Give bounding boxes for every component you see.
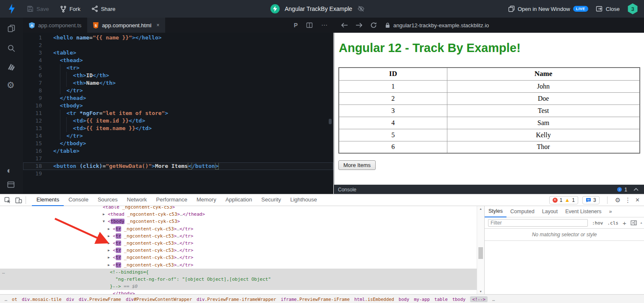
theme-contrast-icon[interactable]: ◐ [7, 166, 12, 175]
bottom-panel-icon[interactable] [7, 181, 15, 190]
code-line-5[interactable]: 5<tr> [23, 64, 333, 72]
devtools-tab-performance[interactable]: Performance [151, 194, 192, 206]
settings-gear-icon[interactable]: ⚙ [7, 81, 15, 89]
collapsed-arrow-icon[interactable]: ▶ [108, 232, 113, 240]
breadcrumb-item[interactable]: my-app [414, 297, 430, 302]
split-editor-icon[interactable] [306, 22, 313, 28]
console-issues-badge[interactable]: ✕ 1 ▲ 1 [549, 196, 578, 204]
collapsed-arrow-icon[interactable]: ▶ [108, 261, 113, 269]
code-line-15[interactable]: 15</tbody> [23, 140, 333, 147]
devtools-tab-console[interactable]: Console [64, 194, 93, 206]
expanded-arrow-icon[interactable]: ▼ [103, 218, 108, 225]
styles-filter-input[interactable] [488, 219, 588, 227]
breadcrumb-item[interactable]: div [66, 297, 74, 302]
breadcrumb-item[interactable]: body [399, 297, 409, 302]
breadcrumb-item[interactable]: … [492, 297, 495, 302]
elements-scrollbar[interactable]: ▲ ▼ [477, 206, 484, 294]
styles-tab-event-listeners[interactable]: Event Listeners [561, 206, 605, 217]
dom-tree-node[interactable]: ▶<tr _ngcontent-cyk-c53>…</tr> [0, 225, 477, 232]
devtools-tab-lighthouse[interactable]: Lighthouse [286, 194, 322, 206]
dom-tree-node[interactable]: </tbody> [0, 290, 477, 294]
code-line-10[interactable]: 10<tbody> [23, 102, 333, 110]
new-style-rule-icon[interactable]: + [623, 219, 626, 227]
collections-icon[interactable] [7, 63, 16, 73]
code-line-2[interactable]: 2 [23, 42, 333, 49]
breadcrumb-item[interactable]: html.isEmbedded [354, 297, 394, 302]
dom-tree-node[interactable]: <table _ngcontent-cyk-c53> [0, 206, 477, 211]
devtools-close-icon[interactable]: ✕ [635, 197, 640, 203]
code-line-1[interactable]: 1<hello name="{{ name }}"></hello> [23, 34, 333, 42]
breadcrumb-item[interactable]: div.PreviewFrame-iframeWrapper [197, 297, 276, 302]
breadcrumb-item[interactable]: div.mosaic-tile [22, 297, 62, 302]
code-line-18[interactable]: 18<button (click)="getNewData()">More It… [23, 162, 333, 170]
dom-tree-node[interactable]: ▼<tbody _ngcontent-cyk-c53> [0, 218, 477, 225]
toggle-sidebar-icon[interactable] [631, 220, 637, 225]
code-line-16[interactable]: 16</table> [23, 147, 333, 155]
messages-badge[interactable]: 3 [582, 196, 600, 204]
styles-tab-layout[interactable]: Layout [538, 206, 562, 217]
fork-button[interactable]: Fork [60, 5, 80, 13]
code-line-8[interactable]: 8</tr> [23, 87, 333, 94]
breadcrumb-item[interactable]: ot [12, 297, 17, 302]
more-items-button[interactable]: More Items [338, 160, 376, 170]
collapsed-arrow-icon[interactable]: ▶ [108, 225, 113, 232]
code-line-6[interactable]: 6<th>ID</th> [23, 72, 333, 79]
styles-tab--[interactable]: » [605, 206, 615, 217]
styles-scroll-up-icon[interactable]: ▲ [640, 221, 643, 224]
code-line-11[interactable]: 11<tr *ngFor="let item of store"> [23, 110, 333, 117]
devtools-tab-sources[interactable]: Sources [93, 194, 122, 206]
code-line-12[interactable]: 12<td>{{ item.id }}</td> [23, 117, 333, 125]
breadcrumb-item[interactable]: div#PreviewContentWrapper [126, 297, 192, 302]
url-bar[interactable]: angular12-trackby-example.stackblitz.io [385, 22, 489, 29]
breadcrumb-item[interactable]: … [5, 297, 7, 302]
close-preview-button[interactable]: Close [596, 5, 620, 12]
back-icon[interactable] [341, 22, 348, 28]
editor-scrollbar-thumb[interactable] [329, 119, 332, 124]
styles-tab-computed[interactable]: Computed [506, 206, 538, 217]
code-line-4[interactable]: 4<thead> [23, 57, 333, 64]
inspect-element-icon[interactable] [4, 197, 11, 204]
scroll-up-icon[interactable]: ▲ [477, 207, 484, 210]
devtools-tab-memory[interactable]: Memory [192, 194, 221, 206]
eye-off-icon[interactable] [357, 5, 365, 12]
open-in-new-window-button[interactable]: Open in New Window LIVE [508, 5, 588, 12]
collapsed-arrow-icon[interactable]: ▶ [103, 211, 108, 218]
device-toolbar-icon[interactable] [15, 197, 22, 204]
collapsed-arrow-icon[interactable]: ▶ [108, 254, 113, 261]
cls-toggle[interactable]: .cls [608, 220, 619, 226]
breadcrumb-item[interactable]: table [434, 297, 448, 302]
save-button[interactable]: Save [27, 5, 49, 12]
devtools-more-icon[interactable]: ⋮ [625, 196, 631, 204]
styles-tab-styles[interactable]: Styles [485, 206, 506, 217]
code-line-17[interactable]: 17 [23, 155, 333, 162]
dom-tree[interactable]: <table _ngcontent-cyk-c53>▶<thead _ngcon… [0, 206, 477, 294]
code-line-7[interactable]: 7<th>Name</th> [23, 79, 333, 87]
dom-selected-node[interactable]: …<!--bindings={ "ng-reflect-ng-for-of": … [0, 269, 477, 290]
dom-tree-node[interactable]: ▶<tr _ngcontent-cyk-c53>…</tr> [0, 247, 477, 254]
code-line-13[interactable]: 13<td>{{ item.name }}</td> [23, 125, 333, 132]
devtools-tab-network[interactable]: Network [122, 194, 152, 206]
editor-more-icon[interactable]: ⋯ [321, 21, 327, 29]
code-line-19[interactable]: 19 [23, 170, 333, 178]
breadcrumb-item[interactable]: <!--> [470, 296, 488, 302]
code-line-9[interactable]: 9</thead> [23, 94, 333, 102]
devtools-settings-icon[interactable]: ⚙ [615, 196, 621, 204]
code-line-3[interactable]: 3<table> [23, 49, 333, 57]
share-button[interactable]: Share [91, 5, 116, 12]
devtools-tab-elements[interactable]: Elements [32, 194, 64, 206]
dom-tree-node[interactable]: ▶<tr _ngcontent-cyk-c53>…</tr> [0, 232, 477, 240]
tab-app-component-ts[interactable]: A app.component.ts [23, 18, 87, 33]
devtools-tab-security[interactable]: Security [257, 194, 286, 206]
dom-tree-node[interactable]: ▶<tr _ngcontent-cyk-c53>…</tr> [0, 261, 477, 269]
prettier-icon[interactable]: P [294, 22, 298, 29]
code-line-14[interactable]: 14</tr> [23, 132, 333, 140]
forward-icon[interactable] [356, 22, 363, 28]
devtools-tab-application[interactable]: Application [221, 194, 257, 206]
hov-toggle[interactable]: :hov [592, 220, 603, 226]
preview-console-bar[interactable]: Console i 1 [334, 185, 644, 194]
code-editor[interactable]: 1<hello name="{{ name }}"></hello>23<tab… [23, 33, 333, 194]
scroll-down-icon[interactable]: ▼ [477, 290, 484, 293]
breadcrumb-item[interactable]: div.PreviewFrame [79, 297, 121, 302]
breadcrumb-item[interactable]: tbody [452, 297, 466, 302]
collapsed-arrow-icon[interactable]: ▶ [108, 247, 113, 254]
